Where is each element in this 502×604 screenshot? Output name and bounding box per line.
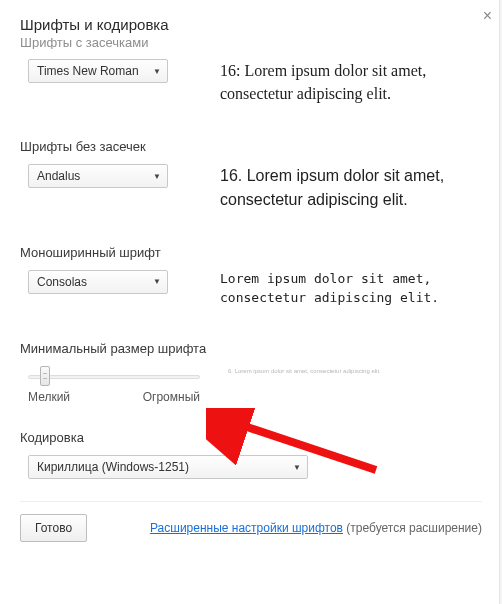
close-icon[interactable]: × — [483, 8, 492, 24]
serif-font-select-value: Times New Roman — [37, 64, 139, 78]
mono-font-select[interactable]: Consolas ▼ — [28, 270, 168, 294]
chevron-down-icon: ▼ — [153, 277, 161, 286]
advanced-fonts-link[interactable]: Расширенные настройки шрифтов — [150, 521, 343, 535]
encoding-select-value: Кириллица (Windows-1251) — [37, 460, 189, 474]
done-button[interactable]: Готово — [20, 514, 87, 542]
sans-preview: 16. Lorem ipsum dolor sit amet, consecte… — [220, 164, 482, 210]
encoding-select[interactable]: Кириллица (Windows-1251) ▼ — [28, 455, 308, 479]
chevron-down-icon: ▼ — [153, 172, 161, 181]
minsize-preview: 6. Lorem ipsum dolor sit amet, consectet… — [228, 366, 482, 374]
slider-max-label: Огромный — [143, 390, 200, 404]
section-label-serif: Шрифты с засечками — [20, 35, 482, 49]
sans-font-select[interactable]: Andalus ▼ — [28, 164, 168, 188]
slider-thumb[interactable] — [40, 366, 50, 386]
sans-font-select-value: Andalus — [37, 169, 80, 183]
section-label-minsize: Минимальный размер шрифта — [20, 341, 482, 356]
serif-preview: 16: Lorem ipsum dolor sit amet, consecte… — [220, 59, 482, 105]
section-label-sans: Шрифты без засечек — [20, 139, 482, 154]
dialog-title: Шрифты и кодировка — [20, 16, 482, 33]
footer-note: Расширенные настройки шрифтов (требуется… — [87, 521, 482, 535]
mono-font-select-value: Consolas — [37, 275, 87, 289]
chevron-down-icon: ▼ — [293, 463, 301, 472]
slider-rail — [28, 375, 200, 379]
chevron-down-icon: ▼ — [153, 67, 161, 76]
mono-preview: Lorem ipsum dolor sit amet, consectetur … — [220, 270, 482, 308]
serif-font-select[interactable]: Times New Roman ▼ — [28, 59, 168, 83]
section-label-encoding: Кодировка — [20, 430, 482, 445]
footer-note-text: (требуется расширение) — [343, 521, 482, 535]
slider-min-label: Мелкий — [28, 390, 70, 404]
minsize-slider[interactable] — [28, 366, 200, 386]
section-label-mono: Моноширинный шрифт — [20, 245, 482, 260]
